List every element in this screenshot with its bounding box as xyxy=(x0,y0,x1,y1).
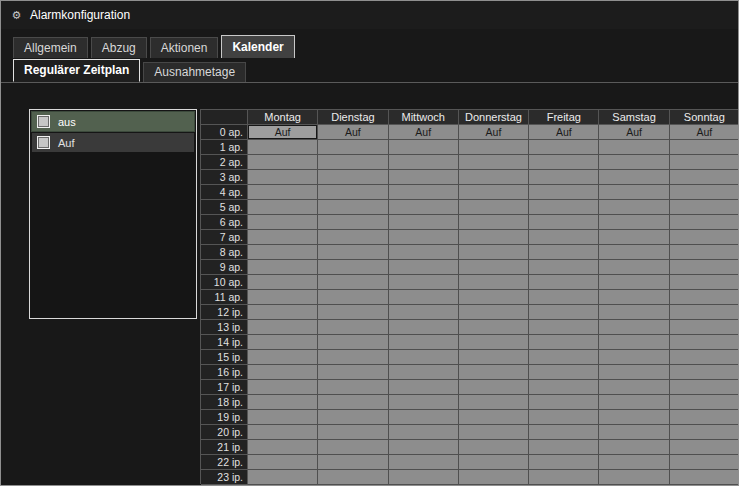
schedule-cell[interactable] xyxy=(670,230,739,245)
schedule-cell[interactable] xyxy=(670,260,739,275)
hour-label[interactable]: 9 ap. xyxy=(201,260,248,275)
schedule-cell[interactable] xyxy=(529,395,599,410)
hour-label[interactable]: 6 ap. xyxy=(201,215,248,230)
schedule-cell[interactable] xyxy=(529,140,599,155)
schedule-cell[interactable] xyxy=(459,155,529,170)
schedule-cell[interactable] xyxy=(459,395,529,410)
schedule-cell[interactable] xyxy=(248,470,318,485)
day-header[interactable]: Montag xyxy=(248,110,318,125)
schedule-cell[interactable] xyxy=(599,305,669,320)
schedule-cell[interactable] xyxy=(670,440,739,455)
hour-label[interactable]: 16 ip. xyxy=(201,365,248,380)
schedule-cell[interactable] xyxy=(670,455,739,470)
schedule-cell[interactable] xyxy=(529,170,599,185)
hour-label[interactable]: 19 ip. xyxy=(201,410,248,425)
schedule-cell[interactable] xyxy=(318,365,388,380)
schedule-cell[interactable] xyxy=(599,200,669,215)
schedule-cell[interactable] xyxy=(248,275,318,290)
schedule-cell[interactable] xyxy=(529,260,599,275)
schedule-cell[interactable] xyxy=(389,470,459,485)
schedule-cell[interactable] xyxy=(670,470,739,485)
tab-aktionen[interactable]: Aktionen xyxy=(150,37,219,58)
hour-label[interactable]: 10 ap. xyxy=(201,275,248,290)
schedule-cell[interactable] xyxy=(248,245,318,260)
schedule-cell[interactable] xyxy=(459,455,529,470)
schedule-cell[interactable] xyxy=(389,380,459,395)
schedule-cell[interactable] xyxy=(318,350,388,365)
hour-label[interactable]: 7 ap. xyxy=(201,230,248,245)
schedule-cell[interactable] xyxy=(599,380,669,395)
schedule-cell[interactable] xyxy=(318,215,388,230)
schedule-cell[interactable] xyxy=(248,290,318,305)
checkbox[interactable] xyxy=(37,115,50,128)
schedule-cell[interactable] xyxy=(459,425,529,440)
tab-abzug[interactable]: Abzug xyxy=(91,37,147,58)
day-header[interactable]: Samstag xyxy=(599,110,669,125)
schedule-cell[interactable] xyxy=(529,365,599,380)
schedule-cell[interactable] xyxy=(529,440,599,455)
subtab-ausnahmetage[interactable]: Ausnahmetage xyxy=(143,62,246,82)
schedule-cell[interactable] xyxy=(529,245,599,260)
schedule-cell[interactable] xyxy=(599,440,669,455)
schedule-cell[interactable] xyxy=(248,455,318,470)
schedule-cell[interactable] xyxy=(670,350,739,365)
day-header[interactable]: Mittwoch xyxy=(389,110,459,125)
schedule-cell[interactable] xyxy=(529,380,599,395)
schedule-cell[interactable]: Auf xyxy=(389,125,459,140)
schedule-cell[interactable] xyxy=(599,275,669,290)
hour-label[interactable]: 0 ap. xyxy=(201,125,248,140)
schedule-cell[interactable] xyxy=(459,305,529,320)
day-header[interactable]: Dienstag xyxy=(318,110,388,125)
schedule-cell[interactable] xyxy=(670,425,739,440)
schedule-cell[interactable] xyxy=(529,470,599,485)
schedule-cell[interactable] xyxy=(318,440,388,455)
schedule-cell[interactable] xyxy=(248,380,318,395)
schedule-cell[interactable] xyxy=(670,215,739,230)
schedule-cell[interactable] xyxy=(670,335,739,350)
schedule-cell[interactable] xyxy=(318,455,388,470)
schedule-cell[interactable] xyxy=(389,365,459,380)
schedule-cell[interactable] xyxy=(248,365,318,380)
hour-label[interactable]: 17 ip. xyxy=(201,380,248,395)
schedule-cell[interactable] xyxy=(529,230,599,245)
schedule-cell[interactable] xyxy=(459,170,529,185)
schedule-cell[interactable] xyxy=(459,470,529,485)
schedule-cell[interactable]: Auf xyxy=(248,125,318,140)
schedule-cell[interactable] xyxy=(389,200,459,215)
schedule-cell[interactable] xyxy=(459,290,529,305)
schedule-cell[interactable] xyxy=(599,245,669,260)
schedule-cell[interactable] xyxy=(318,170,388,185)
day-header[interactable]: Freitag xyxy=(529,110,599,125)
schedule-cell[interactable] xyxy=(599,350,669,365)
hour-label[interactable]: 22 ip. xyxy=(201,455,248,470)
schedule-cell[interactable] xyxy=(318,185,388,200)
hour-label[interactable]: 21 ip. xyxy=(201,440,248,455)
titlebar[interactable]: ⚙ Alarmkonfiguration xyxy=(1,1,738,29)
schedule-cell[interactable] xyxy=(248,335,318,350)
schedule-cell[interactable]: Auf xyxy=(529,125,599,140)
schedule-cell[interactable] xyxy=(529,410,599,425)
schedule-cell[interactable] xyxy=(389,440,459,455)
checkbox[interactable] xyxy=(37,136,50,149)
schedule-cell[interactable] xyxy=(599,155,669,170)
list-item-auf[interactable]: Auf xyxy=(32,133,194,152)
schedule-cell[interactable] xyxy=(529,200,599,215)
schedule-cell[interactable] xyxy=(599,365,669,380)
hour-label[interactable]: 18 ip. xyxy=(201,395,248,410)
schedule-cell[interactable] xyxy=(318,245,388,260)
schedule-cell[interactable] xyxy=(459,230,529,245)
hour-label[interactable]: 15 ip. xyxy=(201,350,248,365)
hour-label[interactable]: 4 ap. xyxy=(201,185,248,200)
schedule-cell[interactable] xyxy=(459,320,529,335)
schedule-cell[interactable] xyxy=(389,305,459,320)
schedule-cell[interactable]: Auf xyxy=(599,125,669,140)
schedule-cell[interactable] xyxy=(670,320,739,335)
schedule-cell[interactable] xyxy=(599,140,669,155)
schedule-cell[interactable] xyxy=(318,335,388,350)
schedule-cell[interactable] xyxy=(599,410,669,425)
schedule-cell[interactable] xyxy=(459,200,529,215)
hour-label[interactable]: 3 ap. xyxy=(201,170,248,185)
schedule-cell[interactable] xyxy=(318,380,388,395)
schedule-cell[interactable] xyxy=(670,170,739,185)
schedule-cell[interactable] xyxy=(318,320,388,335)
